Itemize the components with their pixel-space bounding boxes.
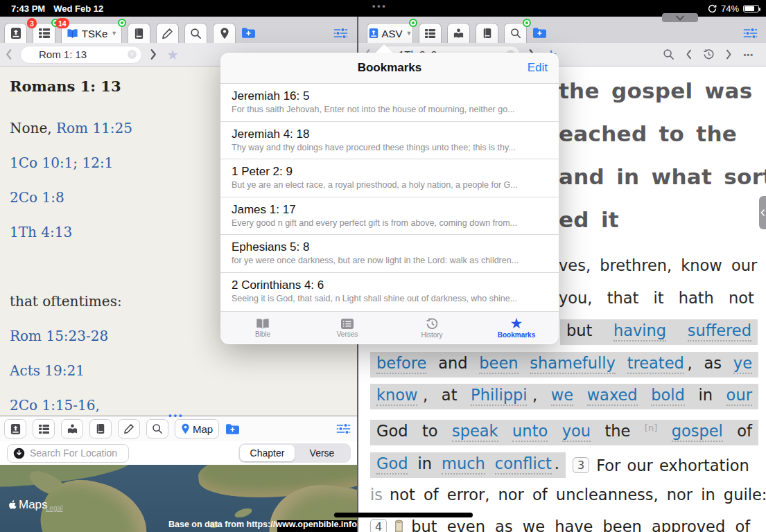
tab-verse-list[interactable] [419,23,442,43]
home-indicator[interactable] [334,513,473,517]
panel-settings-button[interactable] [336,419,351,439]
verse-text: not of error, nor of uncleanness, nor in… [390,486,766,504]
add-panel-button[interactable] [225,419,240,439]
bookmark-item[interactable]: 1 Peter 2: 9 But ye are an elect race, a… [220,159,559,197]
verse-text: For our exhortation [596,456,760,475]
tab-tske-active[interactable]: 14 TSKe ▼ [61,23,122,43]
strongs-word[interactable]: suffered [688,321,751,342]
tab-reader[interactable] [447,23,470,43]
tab-book[interactable] [89,419,112,438]
verse-link[interactable]: Rom 11:25 [56,120,132,136]
chevron-down-icon[interactable]: ▼ [406,30,412,37]
tab-bible[interactable]: Bible [220,312,305,344]
more-icon[interactable]: ••• [743,51,754,59]
strongs-word[interactable]: conflict [495,454,552,475]
pulldown-handle[interactable] [662,13,698,22]
bookmark-item[interactable]: James 1: 17 Every good n gift and every … [220,197,559,236]
verse-word[interactable]: in [698,386,713,404]
legal-link[interactable]: Legal [46,504,62,512]
segment-chapter[interactable]: Chapter [240,445,295,461]
maps-logo-text: Maps [19,498,48,512]
verse-word[interactable]: the [604,422,630,440]
verse-word[interactable]: as [704,354,722,372]
bookmark-item[interactable]: Ephesians 5: 8 for ye were once darkness… [220,235,559,273]
clear-icon[interactable]: × [128,50,137,59]
tab-verse-list[interactable]: 3 [33,23,55,43]
verse-word[interactable]: but [566,321,592,339]
tab-search[interactable] [184,23,207,43]
tab-verse-list[interactable] [33,419,55,438]
verse-word[interactable]: of [737,422,752,440]
panel-drag-handle[interactable]: ••• [168,410,184,420]
tab-notes[interactable] [118,419,140,438]
verse-word[interactable]: God [376,422,408,440]
strongs-word[interactable]: speak [452,422,498,442]
reference-field[interactable]: Rom 1: 13 × [20,46,142,64]
strongs-word[interactable]: we [551,386,573,406]
tab-notes[interactable] [156,23,179,43]
panel-settings-button[interactable] [743,23,758,43]
bookmark-item[interactable]: Jeremiah 16: 5 For thus saith Jehovah, E… [220,84,559,122]
tab-book[interactable] [128,23,150,43]
history-back-chevron-icon[interactable] [686,49,692,60]
strongs-word[interactable]: treated [627,354,684,374]
bookmark-item[interactable]: 2 Corinthians 4: 6 Seeing it is God, tha… [220,273,559,311]
tab-map-pin[interactable] [213,23,236,43]
punctuation: , [423,386,428,404]
strongs-word[interactable]: gospel [672,422,723,442]
strongs-word[interactable]: ye [733,354,752,374]
tab-search[interactable] [146,419,168,438]
large-verse-line: ed it [559,207,619,232]
side-drawer-handle[interactable] [759,196,766,229]
strongs-word[interactable]: having [613,321,666,342]
tab-reader[interactable] [61,419,83,438]
bookmark-star-icon[interactable]: ★ [166,48,179,62]
forward-chevron-icon[interactable] [150,48,157,60]
bookmark-item[interactable]: Jeremiah 4: 18 Thy way and thy doings ha… [220,122,559,160]
verse-number-badge[interactable]: 4 [370,519,387,532]
edit-button[interactable]: Edit [528,61,548,75]
footnote-marker[interactable]: [n] [645,423,657,433]
tab-search[interactable] [504,23,527,43]
tab-map-active[interactable]: Map [175,419,219,438]
verse-word[interactable]: to [422,422,438,440]
verse-word-gray[interactable]: is [370,486,383,504]
verse-link[interactable]: Acts 19:21 [10,362,348,380]
tab-verses[interactable]: Verses [305,312,390,344]
back-chevron-icon[interactable] [6,48,12,60]
strongs-word[interactable]: bold [651,386,685,406]
verse-word[interactable]: and [438,354,467,372]
add-panel-button[interactable] [532,23,547,43]
add-panel-button[interactable] [241,23,256,43]
strongs-word[interactable]: unto [512,422,548,442]
verse-word[interactable]: at [442,386,458,404]
scroll-icon [394,520,404,532]
tab-history[interactable]: History [390,312,474,344]
strongs-word[interactable]: God [376,454,408,475]
verse-number-badge[interactable]: 3 [573,457,589,473]
strongs-word[interactable]: know [376,386,417,406]
strongs-word[interactable]: waxed [587,386,638,406]
tab-bible-upload[interactable] [4,23,27,43]
strongs-word[interactable]: much [442,454,485,475]
strongs-word[interactable]: before [376,354,426,374]
strongs-word[interactable]: been [479,354,518,374]
strongs-word[interactable]: shamefully [530,354,616,374]
history-icon[interactable] [703,48,715,60]
panel-settings-button[interactable] [333,23,348,43]
tab-bible-upload[interactable] [4,419,26,438]
strongs-word[interactable]: Philippi [471,386,527,406]
map-image[interactable]: Maps Legal Base on data from https://www… [0,465,358,532]
tab-bookmarks-active[interactable]: ★ Bookmarks [474,312,559,344]
verse-word[interactable]: in [417,454,432,472]
history-forward-chevron-icon[interactable] [726,49,732,60]
strongs-word[interactable]: you [562,422,591,442]
bookmark-reference: 2 Corinthians 4: 6 [232,278,548,293]
strongs-word[interactable]: our [726,386,752,406]
tab-asv-active[interactable]: ASV ▼ [367,23,413,43]
search-icon[interactable] [663,48,674,60]
segment-verse[interactable]: Verse [295,445,349,461]
location-search-input[interactable]: Search For Location [7,444,129,463]
tab-book[interactable] [476,23,498,43]
chevron-down-icon[interactable]: ▼ [111,30,117,37]
